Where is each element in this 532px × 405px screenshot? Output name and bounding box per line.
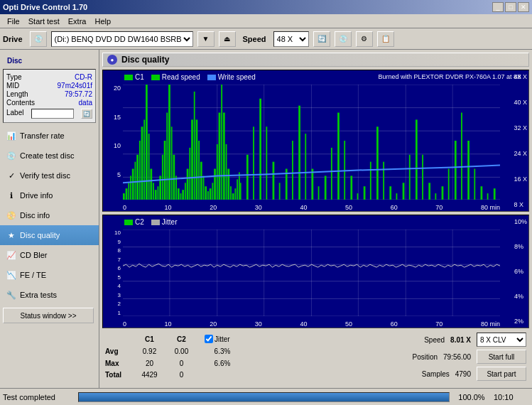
svg-rect-65 bbox=[259, 99, 261, 200]
position-value: 79:56.00 bbox=[443, 353, 471, 361]
drive-label: Drive bbox=[3, 35, 23, 43]
svg-rect-42 bbox=[189, 148, 190, 200]
length-value: 79:57.72 bbox=[65, 90, 92, 98]
drive-icon: 💿 bbox=[30, 31, 47, 47]
svg-rect-67 bbox=[273, 162, 275, 200]
svg-rect-95 bbox=[455, 141, 457, 200]
minimize-button[interactable]: _ bbox=[492, 2, 504, 12]
svg-rect-33 bbox=[168, 85, 170, 200]
read-speed-legend-label: Read speed bbox=[162, 73, 200, 81]
svg-rect-97 bbox=[467, 141, 469, 200]
status-window-button[interactable]: Status window >> bbox=[3, 308, 94, 323]
menu-help[interactable]: Help bbox=[90, 16, 115, 27]
upper-chart: C1 Read speed Write speed Burned with PL… bbox=[102, 70, 529, 212]
write-speed-legend-color bbox=[207, 75, 216, 80]
speed-select[interactable]: 48 X bbox=[273, 31, 309, 47]
svg-rect-71 bbox=[298, 106, 300, 200]
sidebar-item-label: Disc quality bbox=[20, 231, 60, 239]
upper-y-axis-left: 20 15 10 5 bbox=[103, 85, 123, 200]
svg-rect-61 bbox=[232, 193, 234, 200]
sidebar-item-drive-info[interactable]: ℹ Drive info bbox=[0, 185, 99, 205]
svg-rect-90 bbox=[422, 155, 423, 200]
svg-rect-22 bbox=[143, 119, 145, 200]
disc-quality-icon: ★ bbox=[6, 230, 17, 241]
svg-rect-72 bbox=[305, 134, 306, 200]
cd-bler-icon: 📈 bbox=[6, 249, 17, 261]
drive-eject-button[interactable]: ⏏ bbox=[219, 31, 236, 47]
svg-rect-96 bbox=[461, 113, 462, 200]
jitter-checkbox-label[interactable]: Jitter bbox=[205, 335, 240, 343]
clv-dropdown[interactable]: 8 X CLV bbox=[477, 333, 526, 347]
svg-rect-63 bbox=[246, 155, 249, 200]
disc-section-title: Disc bbox=[0, 55, 99, 66]
status-time: 10:10 bbox=[494, 393, 529, 401]
menu-start-test[interactable]: Start test bbox=[24, 16, 64, 27]
position-label: Position bbox=[412, 353, 438, 361]
sidebar-item-label: Create test disc bbox=[20, 151, 74, 160]
svg-rect-41 bbox=[187, 169, 189, 200]
svg-rect-30 bbox=[162, 155, 163, 200]
label-input[interactable] bbox=[31, 109, 74, 119]
drive-info-icon: ℹ bbox=[6, 190, 17, 201]
svg-rect-53 bbox=[214, 169, 216, 200]
sidebar-item-fe-te[interactable]: 📉 FE / TE bbox=[0, 265, 99, 285]
svg-rect-51 bbox=[210, 188, 212, 200]
svg-rect-40 bbox=[185, 183, 186, 200]
svg-rect-46 bbox=[198, 141, 200, 200]
start-part-button[interactable]: Start part bbox=[477, 367, 526, 381]
drive-select[interactable]: (Di:) BENQ DVD DD DW1640 BSRB bbox=[51, 31, 193, 47]
avg-c2: 0.00 bbox=[165, 345, 197, 357]
svg-rect-79 bbox=[350, 176, 352, 200]
svg-rect-74 bbox=[318, 186, 320, 200]
speed-refresh-button[interactable]: 🔄 bbox=[313, 31, 330, 47]
svg-rect-27 bbox=[155, 190, 157, 200]
close-button[interactable]: ✕ bbox=[518, 2, 529, 12]
total-c1: 4429 bbox=[134, 369, 165, 381]
settings-icon[interactable]: ⚙ bbox=[356, 31, 373, 47]
label-refresh-button[interactable]: 🔄 bbox=[81, 109, 92, 119]
type-label: Type bbox=[6, 73, 22, 81]
svg-rect-81 bbox=[364, 186, 366, 200]
c2-legend-label: C2 bbox=[135, 218, 144, 226]
sidebar: Disc Type CD-R MID 97m24s01f Length 79:5… bbox=[0, 50, 99, 388]
upper-x-axis: 0 10 20 30 40 50 60 70 80 min bbox=[123, 204, 500, 211]
panel-icon: ● bbox=[107, 55, 117, 65]
sidebar-item-extra-tests[interactable]: 🔧 Extra tests bbox=[0, 285, 99, 305]
max-c2: 0 bbox=[165, 357, 197, 369]
position-row: Position 79:56.00 Start full bbox=[412, 350, 526, 364]
sidebar-item-label: Transfer rate bbox=[20, 131, 65, 140]
svg-rect-32 bbox=[166, 113, 168, 200]
svg-rect-98 bbox=[474, 169, 475, 200]
sidebar-item-disc-quality[interactable]: ★ Disc quality bbox=[0, 225, 99, 245]
menu-file[interactable]: File bbox=[3, 16, 24, 27]
sidebar-item-create-test-disc[interactable]: 💿 Create test disc bbox=[0, 146, 99, 166]
svg-rect-37 bbox=[178, 188, 180, 200]
sidebar-item-disc-info[interactable]: 📀 Disc info bbox=[0, 205, 99, 225]
svg-rect-13 bbox=[123, 193, 125, 200]
c2-legend-color bbox=[124, 220, 133, 225]
upper-chart-legend: C1 Read speed Write speed bbox=[124, 73, 256, 81]
svg-rect-82 bbox=[370, 162, 371, 200]
svg-rect-88 bbox=[409, 155, 411, 200]
svg-rect-28 bbox=[158, 186, 159, 200]
svg-rect-102 bbox=[234, 188, 236, 200]
sidebar-item-transfer-rate[interactable]: 📊 Transfer rate bbox=[0, 126, 99, 146]
upper-y-axis-right: 48 X 40 X 32 X 24 X 16 X 8 X bbox=[514, 70, 527, 211]
start-full-button[interactable]: Start full bbox=[477, 350, 526, 364]
info-icon[interactable]: 📋 bbox=[377, 31, 394, 47]
svg-rect-73 bbox=[312, 169, 314, 200]
jitter-checkbox[interactable] bbox=[205, 335, 213, 343]
c1-legend-color bbox=[124, 75, 133, 80]
window-controls: _ □ ✕ bbox=[492, 2, 529, 12]
maximize-button[interactable]: □ bbox=[505, 2, 516, 12]
main-layout: Disc Type CD-R MID 97m24s01f Length 79:5… bbox=[0, 50, 532, 388]
svg-rect-68 bbox=[279, 183, 281, 200]
drive-refresh-button[interactable]: ▼ bbox=[197, 31, 215, 47]
menu-extra[interactable]: Extra bbox=[64, 16, 91, 27]
sidebar-item-verify-test-disc[interactable]: ✓ Verify test disc bbox=[0, 166, 99, 185]
menu-bar: File Start test Extra Help bbox=[0, 14, 532, 28]
type-value: CD-R bbox=[75, 73, 92, 81]
sidebar-item-cd-bler[interactable]: 📈 CD Bler bbox=[0, 245, 99, 265]
samples-label: Samples bbox=[422, 370, 450, 378]
progress-percent: 100.0% bbox=[454, 393, 489, 401]
